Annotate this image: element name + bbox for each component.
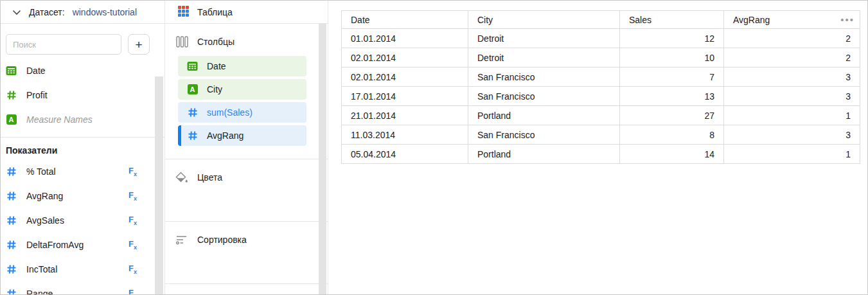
dataset-header: Датасет: windows-tutorial xyxy=(1,1,164,24)
table-cell-date: 11.03.2014 xyxy=(342,125,468,145)
dimension-field[interactable]: AMeasure Names xyxy=(1,107,164,132)
column-header-sales[interactable]: Sales xyxy=(620,11,724,29)
hash-icon xyxy=(6,289,17,295)
column-chip[interactable]: Date xyxy=(178,56,306,76)
measure-field[interactable]: % TotalFx xyxy=(1,159,164,184)
dimension-field[interactable]: Date xyxy=(1,58,164,83)
table-cell-sales: 10 xyxy=(620,48,724,67)
field-label: Measure Names xyxy=(26,114,93,125)
measure-field[interactable]: IncTotalFx xyxy=(1,257,164,282)
chevron-down-icon[interactable] xyxy=(12,7,21,17)
panel-body: Столбцы DateACitysum(Sales)AvgRang Цвета xyxy=(165,24,328,294)
table-cell-avgrang: 2 xyxy=(724,48,860,67)
sorting-section[interactable]: Сортировка xyxy=(165,222,328,284)
table-cell-date: 17.01.2014 xyxy=(342,87,468,106)
sidebar-scrollbar[interactable] xyxy=(155,76,163,294)
chip-label: AvgRang xyxy=(207,130,244,141)
visualization-selector[interactable]: Таблица xyxy=(165,1,328,24)
measures-list: % TotalFxAvgRangFxAvgSalesFxDeltaFromAvg… xyxy=(1,159,164,295)
chip-label: Date xyxy=(207,61,226,71)
table-row: 02.01.2014San Francisco73 xyxy=(342,67,860,87)
columns-icon xyxy=(175,35,188,48)
hash-icon xyxy=(6,240,17,251)
field-label: AvgSales xyxy=(26,215,64,226)
table-cell-date: 02.01.2014 xyxy=(342,67,468,87)
measure-field[interactable]: AvgSalesFx xyxy=(1,208,164,233)
dataset-name-link[interactable]: windows-tutorial xyxy=(73,7,137,17)
columns-section: Столбцы DateACitysum(Sales)AvgRang xyxy=(165,24,328,159)
chip-label: sum(Sales) xyxy=(207,107,252,118)
letter-a-icon: A xyxy=(6,114,17,125)
table-cell-city: San Francisco xyxy=(468,125,620,145)
table-row: 02.01.2014Detroit102 xyxy=(342,48,860,67)
search-row: + xyxy=(1,24,164,58)
calendar-icon xyxy=(187,61,198,72)
dimension-field[interactable]: Profit xyxy=(1,83,164,107)
hash-icon xyxy=(6,90,17,101)
visualization-panel: Таблица Столбцы DateACitysum(Sales)AvgRa… xyxy=(165,1,328,294)
column-header-city[interactable]: City xyxy=(468,11,620,29)
formula-icon[interactable]: Fx xyxy=(128,264,137,275)
table-cell-avgrang: 3 xyxy=(724,87,860,106)
chart-preview-area: DateCitySalesAvgRang••• 01.01.2014Detroi… xyxy=(328,1,867,294)
table-cell-sales: 8 xyxy=(620,125,724,145)
colors-section-label: Цвета xyxy=(197,172,222,183)
table-row: 17.01.2014San Francisco133 xyxy=(342,87,860,106)
column-header-label: AvgRang xyxy=(733,15,770,25)
table-row: 01.01.2014Detroit122 xyxy=(342,29,860,48)
table-cell-date: 01.01.2014 xyxy=(342,29,468,48)
sorting-section-header: Сортировка xyxy=(175,231,328,249)
fields-sidebar: Датасет: windows-tutorial + DateProfitAM… xyxy=(1,1,165,294)
app-window: Датасет: windows-tutorial + DateProfitAM… xyxy=(0,0,868,295)
formula-icon[interactable]: Fx xyxy=(128,190,137,202)
table-row: 21.01.2014Portland271 xyxy=(342,106,860,125)
column-header-avgrang[interactable]: AvgRang••• xyxy=(724,11,860,29)
visualization-title: Таблица xyxy=(197,7,233,17)
columns-section-label: Столбцы xyxy=(197,37,235,47)
measure-field[interactable]: AvgRangFx xyxy=(1,184,164,208)
formula-icon[interactable]: Fx xyxy=(128,166,137,177)
field-label: DeltaFromAvg xyxy=(26,240,84,250)
hash-icon xyxy=(6,166,17,177)
measure-field[interactable]: DeltaFromAvgFx xyxy=(1,233,164,257)
table-cell-sales: 14 xyxy=(620,145,724,164)
formula-icon[interactable]: Fx xyxy=(128,239,137,251)
table-cell-sales: 12 xyxy=(620,29,724,48)
table-cell-sales: 27 xyxy=(620,106,724,125)
table-cell-avgrang: 1 xyxy=(724,145,860,164)
columns-chips: DateACitysum(Sales)AvgRang xyxy=(178,56,306,146)
table-cell-avgrang: 2 xyxy=(724,29,860,48)
panel-scrollbar[interactable] xyxy=(319,24,326,294)
measures-section-title: Показатели xyxy=(1,138,164,159)
result-table: DateCitySalesAvgRang••• 01.01.2014Detroi… xyxy=(341,10,860,164)
column-chip[interactable]: AvgRang xyxy=(178,125,306,146)
column-header-date[interactable]: Date xyxy=(342,11,468,29)
hash-icon xyxy=(6,191,17,202)
table-visualization-icon xyxy=(178,6,189,19)
column-chip[interactable]: ACity xyxy=(178,79,306,100)
colors-section-header: Цвета xyxy=(175,168,328,186)
letter-a-icon: A xyxy=(187,84,198,95)
sort-icon xyxy=(175,233,188,246)
table-cell-sales: 7 xyxy=(620,67,724,87)
table-cell-date: 02.01.2014 xyxy=(342,48,468,67)
hash-icon xyxy=(187,130,198,141)
table-row: 11.03.2014San Francisco83 xyxy=(342,125,860,145)
measure-field[interactable]: RangeFx xyxy=(1,282,164,295)
table-cell-city: Portland xyxy=(468,145,620,164)
table-cell-sales: 13 xyxy=(620,87,724,106)
column-chip[interactable]: sum(Sales) xyxy=(178,102,306,123)
formula-icon[interactable]: Fx xyxy=(128,288,137,295)
hash-icon xyxy=(187,107,198,118)
colors-section[interactable]: Цвета xyxy=(165,159,328,222)
table-cell-date: 05.04.2014 xyxy=(342,145,468,164)
table-cell-avgrang: 3 xyxy=(724,125,860,145)
table-cell-avgrang: 1 xyxy=(724,106,860,125)
table-cell-city: Detroit xyxy=(468,29,620,48)
search-input[interactable] xyxy=(6,34,121,55)
paint-bucket-icon xyxy=(175,171,188,184)
more-icon[interactable]: ••• xyxy=(840,15,855,24)
formula-icon[interactable]: Fx xyxy=(128,215,137,226)
table-cell-city: Detroit xyxy=(468,48,620,67)
add-field-button[interactable]: + xyxy=(128,34,150,55)
